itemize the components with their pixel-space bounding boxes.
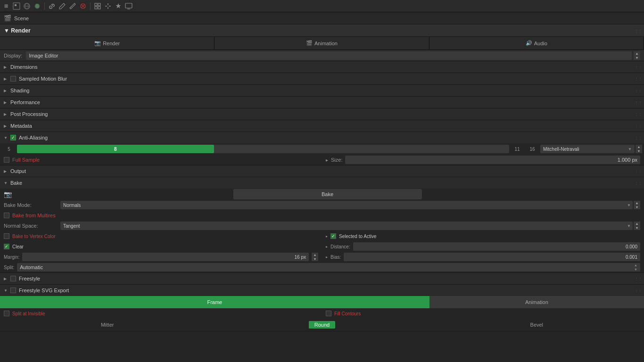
bake-mode-field[interactable]: Normals ▼	[60, 201, 633, 209]
render-section-header[interactable]: ▼ Render ⋮⋮	[0, 25, 644, 37]
selected-to-active-checkbox[interactable]: ✓	[330, 233, 336, 239]
aa-filter-dropdown[interactable]: Mitchell-Netravali ▼	[540, 145, 635, 153]
bake-mode-row: Bake Mode: Normals ▼ ▲ ▼	[0, 200, 644, 210]
clear-checkbox[interactable]: ✓	[4, 244, 9, 249]
split-invisible-checkbox[interactable]	[4, 311, 9, 316]
toolbar-icon-link[interactable]	[48, 2, 56, 10]
render-tab-audio[interactable]: 🔊 Audio	[429, 37, 644, 49]
normal-space-row: Normal Space: Tangent ▼ ▲ ▼	[0, 221, 644, 231]
margin-steppers[interactable]: ▲ ▼	[312, 253, 318, 261]
render-tab-render[interactable]: 📷 Render	[0, 37, 215, 49]
bake-mode-up[interactable]: ▲	[634, 201, 640, 205]
split-up[interactable]: ▲	[634, 263, 637, 267]
toolbar-icon-sphere[interactable]	[33, 2, 41, 10]
size-label: ▸	[326, 157, 328, 163]
bias-value-field[interactable]: 0.001	[344, 253, 640, 261]
freestyle-svg-checkbox[interactable]	[10, 288, 16, 293]
svg-point-5	[35, 4, 40, 8]
split-stepper[interactable]: ▲ ▼	[634, 263, 637, 272]
distance-value: 0.000	[626, 244, 637, 249]
shading-header[interactable]: ▶ Shading ⋮⋮	[0, 85, 644, 96]
freestyle-checkbox[interactable]	[10, 276, 16, 281]
normal-space-steppers[interactable]: ▲ ▼	[634, 222, 640, 230]
freestyle-svg-header[interactable]: ▼ Freestyle SVG Export ⋮⋮	[0, 285, 644, 296]
size-value: 1.000 px	[618, 157, 637, 163]
bake-button-label: Bake	[322, 191, 333, 197]
toolbar-icon-arrows[interactable]	[104, 2, 112, 10]
animation-tab-label: Animation	[314, 41, 338, 46]
freestyle-header[interactable]: ▶ Freestyle ⋮⋮	[0, 273, 644, 284]
aa-slider-track[interactable]: 8	[17, 145, 509, 153]
sampled-motion-checkbox[interactable]	[10, 76, 16, 82]
shading-section: ▶ Shading ⋮⋮	[0, 85, 644, 97]
split-row: Split: Automatic ▲ ▼	[0, 262, 644, 272]
performance-header[interactable]: ▶ Performance ⋮⋮	[0, 97, 644, 108]
bake-from-multires-checkbox[interactable]	[4, 213, 9, 218]
aa-slider-value: 8	[114, 147, 117, 152]
toolbar-icon-2[interactable]	[12, 2, 21, 10]
performance-drag: ⋮⋮	[635, 100, 642, 105]
margin-value: 16 px	[295, 255, 306, 260]
margin-col: Margin: 16 px ▲ ▼	[0, 252, 322, 262]
display-value[interactable]: Image Editor	[26, 51, 632, 60]
bake-button[interactable]: Bake	[233, 189, 422, 199]
freestyle-svg-section: ▼ Freestyle SVG Export ⋮⋮ Frame Animatio…	[0, 285, 644, 331]
frame-button[interactable]: Frame	[0, 296, 429, 308]
fill-contours-checkbox[interactable]	[326, 311, 331, 316]
normal-space-up[interactable]: ▲	[634, 222, 640, 226]
toolbar-icon-pencil[interactable]	[58, 2, 66, 10]
clear-col: ✓ Clear	[0, 241, 322, 252]
margin-up[interactable]: ▲	[312, 253, 318, 257]
distance-arrow: ▸	[326, 245, 328, 249]
render-tab-animation[interactable]: 🎬 Animation	[215, 37, 429, 49]
toolbar-icon-cross[interactable]	[79, 2, 87, 10]
size-area: ▸ Size: 1.000 px	[322, 155, 644, 165]
aa-filter-arrows[interactable]: ▲ ▼	[636, 145, 642, 153]
toolbar-icon-ruler[interactable]	[68, 2, 77, 10]
bevel-button[interactable]: Bevel	[525, 321, 549, 329]
sampled-motion-header[interactable]: ▶ Sampled Motion Blur ⋮⋮	[0, 73, 644, 84]
distance-col: ▸ Distance: 0.000	[322, 241, 644, 252]
metadata-header[interactable]: ▶ Metadata ⋮⋮	[0, 120, 644, 132]
post-processing-header[interactable]: ▶ Post Processing ⋮⋮	[0, 108, 644, 120]
round-col: Round	[215, 319, 429, 331]
normal-space-field[interactable]: Tangent ▼	[60, 222, 633, 230]
metadata-arrow: ▶	[4, 124, 8, 128]
animation-button[interactable]: Animation	[429, 296, 644, 308]
output-header[interactable]: ▶ Output ⋮⋮	[0, 165, 644, 177]
split-down[interactable]: ▼	[634, 267, 637, 272]
top-toolbar: ⊞	[0, 0, 644, 12]
margin-value-field[interactable]: 16 px	[22, 253, 309, 261]
bake-header[interactable]: ▼ Bake ⋮⋮	[0, 177, 644, 189]
render-drag: ⋮⋮	[635, 29, 642, 33]
toolbar-icon-grid[interactable]	[93, 2, 102, 10]
full-sample-checkbox[interactable]	[4, 157, 9, 163]
aa-filter-up[interactable]: ▲	[636, 145, 642, 149]
display-arrow-up[interactable]: ▲	[634, 51, 640, 56]
toolbar-icon-screen[interactable]	[124, 2, 133, 10]
anti-aliasing-header[interactable]: ▼ ✓ Anti-Aliasing ⋮⋮	[0, 132, 644, 143]
mitter-button[interactable]: Mitter	[95, 321, 120, 329]
size-value-field[interactable]: 1.000 px	[345, 156, 640, 164]
performance-label: Performance	[10, 99, 40, 105]
post-processing-label: Post Processing	[10, 111, 48, 117]
anti-aliasing-checkbox[interactable]: ✓	[10, 135, 16, 140]
aa-filter-down[interactable]: ▼	[636, 149, 642, 153]
size-label-text: Size:	[331, 157, 342, 163]
distance-value-field[interactable]: 0.000	[353, 242, 640, 251]
split-dropdown[interactable]: Automatic ▲ ▼	[17, 263, 640, 272]
toolbar-icon-globe[interactable]	[23, 2, 31, 10]
bake-mode-down[interactable]: ▼	[634, 205, 640, 209]
round-button[interactable]: Round	[309, 321, 335, 329]
bake-icon: 📷	[4, 190, 12, 198]
display-arrow-down[interactable]: ▼	[634, 56, 640, 60]
toolbar-icon-star[interactable]	[114, 2, 123, 10]
dimensions-header[interactable]: ▶ Dimensions ⋮⋮	[0, 61, 644, 73]
bake-to-vertex-checkbox[interactable]	[4, 233, 9, 239]
shading-arrow: ▶	[4, 89, 8, 93]
normal-space-down[interactable]: ▼	[634, 226, 640, 230]
margin-down[interactable]: ▼	[312, 257, 318, 261]
display-arrows[interactable]: ▲ ▼	[634, 51, 640, 60]
bake-mode-steppers[interactable]: ▲ ▼	[634, 201, 640, 209]
toolbar-icon-1[interactable]: ⊞	[2, 2, 10, 10]
